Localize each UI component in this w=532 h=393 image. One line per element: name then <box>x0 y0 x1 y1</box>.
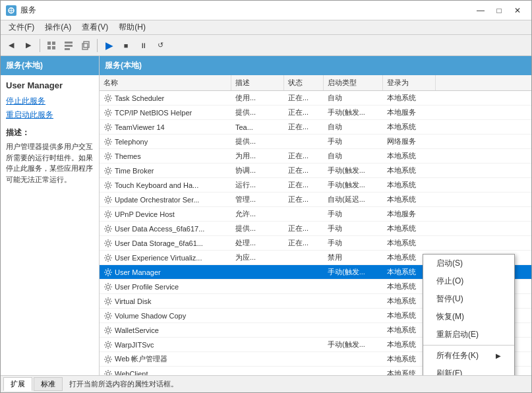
table-row[interactable]: Update Orchestrator Ser... 管理... 正在... 自… <box>100 193 531 207</box>
table-row[interactable]: TeamViewer 14 Tea... 正在... 自动 本地系统 <box>100 120 531 135</box>
col-status[interactable]: 状态 <box>284 75 324 90</box>
svg-point-30 <box>107 357 110 361</box>
cell-name: Volume Shadow Copy <box>100 309 231 322</box>
cell-status <box>284 338 324 351</box>
minimize-button[interactable]: — <box>472 4 489 17</box>
tb-copy[interactable] <box>78 38 94 53</box>
cell-startup: 自动 <box>324 149 383 163</box>
menu-file[interactable]: 文件(F) <box>3 20 40 34</box>
ctx-item-启动(S)[interactable]: 启动(S) <box>423 255 514 272</box>
tab-expand[interactable]: 扩展 <box>3 377 32 391</box>
ctx-item-停止(O)[interactable]: 停止(O) <box>423 272 514 290</box>
cell-startup: 手动(触发... <box>324 338 383 351</box>
table-row[interactable]: Telephony 提供... 手动 网络服务 <box>100 135 531 149</box>
tb-blue[interactable]: ▶ <box>101 38 117 53</box>
cell-startup: 手动(触发... <box>324 164 383 177</box>
cell-startup <box>324 323 383 337</box>
tb-up[interactable] <box>44 38 59 53</box>
cell-startup: 手动 <box>324 222 383 235</box>
svg-point-28 <box>107 328 110 332</box>
left-panel: 服务(本地) User Manager 停止此服务 重启动此服务 描述： 用户管… <box>1 56 100 375</box>
tab-standard[interactable]: 标准 <box>34 377 63 391</box>
table-row[interactable]: Touch Keyboard and Ha... 运行... 正在... 手动(… <box>100 178 531 193</box>
tb-forward[interactable]: ▶ <box>20 38 36 53</box>
maximize-button[interactable]: □ <box>490 4 508 17</box>
col-name[interactable]: 名称 <box>100 75 231 90</box>
table-row[interactable]: UPnP Device Host 允许... 手动 本地服务 <box>100 207 531 222</box>
ctx-label: 重新启动(E) <box>436 329 479 340</box>
cell-login: 本地系统 <box>383 222 436 235</box>
cell-name: Task Scheduler <box>100 91 231 105</box>
cell-status <box>284 367 324 375</box>
cell-status: 正在... <box>284 236 324 250</box>
desc-text: 用户管理器提供多用户交互所需要的运行时组件。如果停止此服务，某些应用程序可能无法… <box>6 141 94 185</box>
table-row[interactable]: TCP/IP NetBIOS Helper 提供... 正在... 手动(触发.… <box>100 106 531 120</box>
cell-status <box>284 309 324 322</box>
svg-point-12 <box>107 96 110 100</box>
cell-desc <box>231 280 284 293</box>
svg-rect-7 <box>65 42 73 44</box>
svg-point-13 <box>107 111 110 114</box>
col-desc[interactable]: 描述 <box>231 75 284 90</box>
cell-desc: 提供... <box>231 135 284 148</box>
tb-pause[interactable]: ⏸ <box>135 38 151 53</box>
menu-action[interactable]: 操作(A) <box>40 20 76 34</box>
cell-status: 正在... <box>284 149 324 163</box>
menu-help[interactable]: 帮助(H) <box>113 20 151 34</box>
svg-point-14 <box>107 125 110 129</box>
svg-point-16 <box>107 154 110 158</box>
svg-point-22 <box>107 241 110 245</box>
cell-desc: 提供... <box>231 222 284 235</box>
menu-view[interactable]: 查看(V) <box>76 20 113 34</box>
cell-desc: 运行... <box>231 178 284 192</box>
svg-point-24 <box>107 270 110 274</box>
col-startup[interactable]: 启动类型 <box>324 75 383 90</box>
ctx-separator <box>423 345 514 346</box>
svg-point-27 <box>107 314 110 317</box>
table-row[interactable]: Task Scheduler 使用... 正在... 自动 本地系统 <box>100 91 531 106</box>
tb-restart[interactable]: ↺ <box>152 38 168 53</box>
cell-login: 本地系统 <box>383 164 436 177</box>
restart-service-link[interactable]: 重启动此服务 <box>6 109 94 121</box>
ctx-item-暂停(U)[interactable]: 暂停(U) <box>423 290 514 308</box>
cell-name: User Manager <box>100 265 231 279</box>
cell-status: 正在... <box>284 106 324 119</box>
table-row[interactable]: User Data Access_6fa617... 提供... 正在... 手… <box>100 222 531 236</box>
cell-desc <box>231 352 284 366</box>
tb-back[interactable]: ◀ <box>3 38 19 53</box>
svg-point-17 <box>107 169 110 172</box>
ctx-item-刷新(F)[interactable]: 刷新(F) <box>423 365 514 375</box>
ctx-item-恢复(M)[interactable]: 恢复(M) <box>423 308 514 326</box>
ctx-item-所有任务(K)[interactable]: 所有任务(K)▶ <box>423 347 514 365</box>
table-row[interactable]: Themes 为用... 正在... 自动 本地系统 <box>100 149 531 164</box>
cell-name: User Data Storage_6fa61... <box>100 236 231 250</box>
tb-view[interactable] <box>61 38 76 53</box>
tb-stop[interactable]: ■ <box>118 38 134 53</box>
cell-startup: 手动 <box>324 135 383 148</box>
ctx-label: 启动(S) <box>436 258 463 269</box>
table-row[interactable]: User Data Storage_6fa61... 处理... 正在... 手… <box>100 236 531 251</box>
cell-login: 本地系统 <box>383 178 436 192</box>
cell-login: 本地系统 <box>383 120 436 134</box>
cell-status: 正在... <box>284 178 324 192</box>
ctx-label: 所有任务(K) <box>436 350 479 361</box>
table-row[interactable]: Time Broker 协调... 正在... 手动(触发... 本地系统 <box>100 164 531 178</box>
svg-point-19 <box>107 198 110 201</box>
ctx-item-重新启动(E)[interactable]: 重新启动(E) <box>423 326 514 344</box>
cell-name: User Data Access_6fa617... <box>100 222 231 235</box>
cell-desc: 使用... <box>231 91 284 105</box>
cell-status: 正在... <box>284 91 324 105</box>
ctx-label: 刷新(F) <box>436 368 462 375</box>
svg-point-26 <box>107 299 110 303</box>
close-button[interactable]: ✕ <box>509 4 526 17</box>
cell-desc <box>231 294 284 308</box>
stop-service-link[interactable]: 停止此服务 <box>6 96 94 107</box>
menu-bar: 文件(F) 操作(A) 查看(V) 帮助(H) <box>1 20 531 35</box>
cell-startup: 自动(延迟... <box>324 193 383 206</box>
col-login[interactable]: 登录为 <box>383 75 436 90</box>
svg-point-25 <box>107 285 110 288</box>
cell-name: WarpJITSvc <box>100 338 231 351</box>
title-bar: 服务 — □ ✕ <box>1 1 531 20</box>
cell-login: 本地系统 <box>383 236 436 250</box>
cell-status: 正在... <box>284 222 324 235</box>
